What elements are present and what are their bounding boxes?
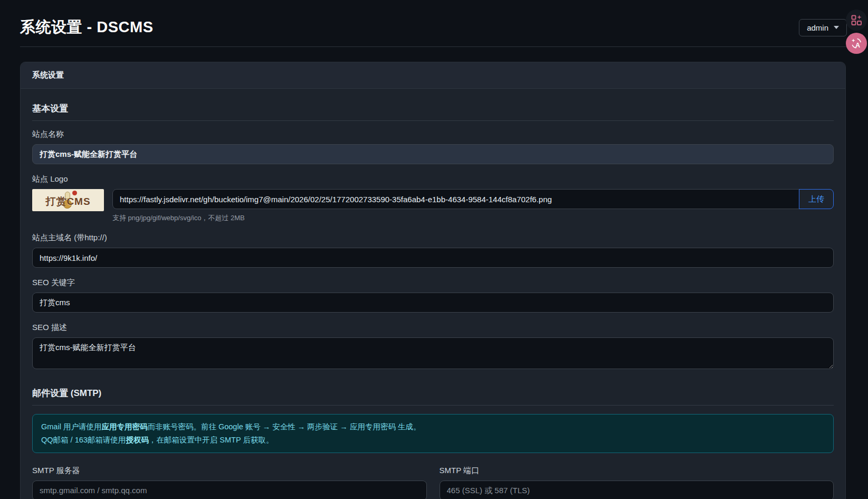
form-group-site-logo: 站点 Logo 打赏CMS 上传 支持 png/jpg/gif/webp/svg [32,174,834,223]
logo-text: 打赏CMS [45,195,90,209]
site-name-label: 站点名称 [32,129,834,139]
translate-icon: A [850,37,863,50]
page-container: 系统设置 - DSCMS admin 系统设置 基本设置 站点名称 站点 Log… [0,0,868,499]
site-domain-label: 站点主域名 (带http://) [32,233,834,243]
form-group-smtp-port: SMTP 端口 [440,466,834,499]
smtp-notice-line2: QQ邮箱 / 163邮箱请使用授权码，在邮箱设置中开启 SMTP 后获取。 [41,434,825,447]
site-name-input[interactable] [32,144,834,164]
smtp-server-label: SMTP 服务器 [32,466,427,476]
logo-url-input[interactable] [112,189,799,209]
logo-row: 打赏CMS 上传 支持 png/jpg/gif/webp/svg/ico，不超过… [32,189,834,223]
seo-description-textarea[interactable]: 打赏cms-赋能全新打赏平台 [32,337,834,369]
svg-text:A: A [855,42,860,49]
form-group-site-domain: 站点主域名 (带http://) [32,233,834,268]
seo-keywords-input[interactable] [32,293,834,313]
grid-sparkle-icon [850,14,863,26]
form-group-smtp-server: SMTP 服务器 [32,466,427,499]
site-domain-input[interactable] [32,248,834,268]
smtp-notice-line1: Gmail 用户请使用应用专用密码而非账号密码。前往 Google 账号 → 安… [41,420,825,434]
smtp-port-input[interactable] [440,481,834,499]
site-logo-image: 打赏CMS [32,189,104,211]
translate-button[interactable]: A [846,33,867,54]
upload-button[interactable]: 上传 [799,189,834,209]
smtp-notice-alert: Gmail 用户请使用应用专用密码而非账号密码。前往 Google 账号 → 安… [32,414,834,453]
chevron-down-icon [834,26,839,29]
user-menu-dropdown[interactable]: admin [799,19,847,36]
seo-keywords-label: SEO 关键字 [32,278,834,288]
form-group-seo-keywords: SEO 关键字 [32,278,834,313]
smtp-port-label: SMTP 端口 [440,466,834,476]
form-group-seo-description: SEO 描述 打赏cms-赋能全新打赏平台 [32,323,834,371]
seo-description-label: SEO 描述 [32,323,834,333]
card-header-title: 系统设置 [21,62,845,89]
extension-grid-button[interactable] [846,10,867,31]
logo-hint-text: 支持 png/jpg/gif/webp/svg/ico，不超过 2MB [112,213,834,223]
card-body: 基本设置 站点名称 站点 Logo 打赏CMS [21,89,845,499]
smtp-server-input[interactable] [32,481,427,499]
logo-url-input-group: 上传 [112,189,834,209]
section-smtp-settings: 邮件设置 (SMTP) [32,387,834,406]
user-menu-label: admin [807,23,828,32]
page-header: 系统设置 - DSCMS admin [20,0,848,38]
section-basic-settings: 基本设置 [32,102,834,121]
form-group-site-name: 站点名称 [32,129,834,164]
page-title: 系统设置 - DSCMS [20,17,154,38]
header-divider [20,46,848,47]
smtp-server-port-row: SMTP 服务器 SMTP 端口 [32,466,834,499]
logo-ball-decoration [72,191,77,195]
logo-input-column: 上传 支持 png/jpg/gif/webp/svg/ico，不超过 2MB [112,189,834,223]
site-logo-label: 站点 Logo [32,174,834,184]
settings-card: 系统设置 基本设置 站点名称 站点 Logo 打赏CMS [20,62,846,499]
